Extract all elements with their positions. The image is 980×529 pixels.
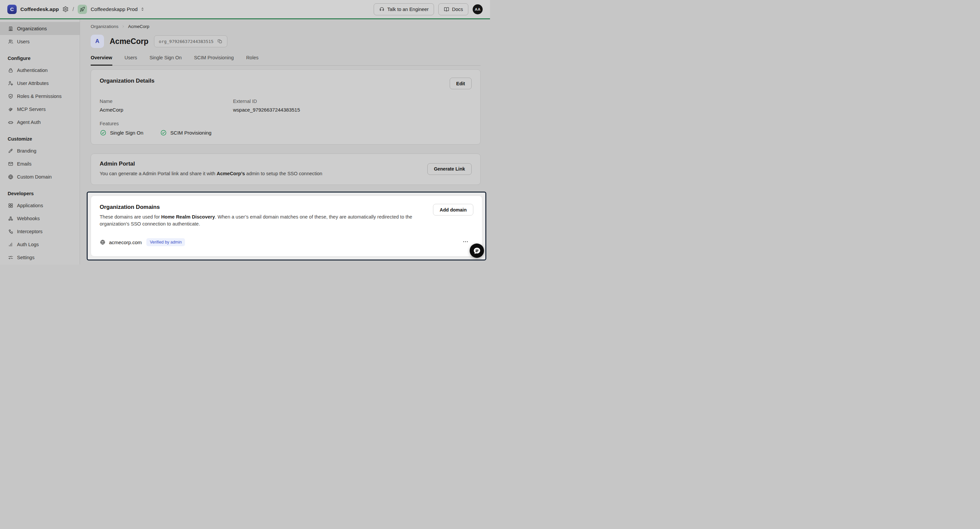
environment-name[interactable]: Coffeedeskapp Prod <box>91 6 138 12</box>
sidebar-item-auth-logs[interactable]: Auth Logs <box>0 238 80 251</box>
sidebar-item-label: MCP Servers <box>17 106 46 112</box>
environment-chip <box>78 5 87 14</box>
org-id-pill: org_97926637244383515 <box>154 35 227 47</box>
sidebar-section-developers: Developers <box>0 191 80 196</box>
breadcrumb-item-acmecorp: AcmeCorp <box>128 24 150 29</box>
webhook-icon <box>8 216 14 222</box>
shield-check-icon <box>8 93 14 99</box>
interceptor-icon <box>8 229 14 235</box>
org-domains-description: These domains are used for Home Realm Di… <box>100 213 433 227</box>
tab-bar: OverviewUsersSingle Sign OnSCIM Provisio… <box>91 55 480 66</box>
edit-button[interactable]: Edit <box>450 78 472 89</box>
features-row: Single Sign OnSCIM Provisioning <box>100 129 472 136</box>
tab-roles[interactable]: Roles <box>246 55 258 66</box>
field-label: External ID <box>233 98 472 104</box>
sidebar-item-label: Agent Auth <box>17 119 41 125</box>
sidebar-item-label: User Attributes <box>17 81 49 86</box>
feature-label: Single Sign On <box>110 130 143 136</box>
users-icon <box>8 39 14 44</box>
verified-badge: Verified by admin <box>146 238 185 246</box>
app-logo: C <box>7 5 17 14</box>
add-domain-button[interactable]: Add domain <box>433 204 473 216</box>
talk-to-engineer-button[interactable]: Talk to an Engineer <box>374 3 434 15</box>
sidebar-item-user-attributes[interactable]: User Attributes <box>0 76 80 90</box>
check-circle-icon <box>160 129 167 136</box>
sidebar-item-label: Roles & Permissions <box>17 94 62 99</box>
field-name: NameAcmeCorp <box>100 98 233 113</box>
workspace-settings-gear-icon[interactable] <box>62 6 68 12</box>
topbar: C Coffeedesk.app / Coffeedeskapp Prod Ta… <box>0 0 490 19</box>
org-id-value: org_97926637244383515 <box>159 39 213 44</box>
sidebar-item-branding[interactable]: Branding <box>0 144 80 157</box>
tab-single-sign-on[interactable]: Single Sign On <box>150 55 182 66</box>
sidebar-item-applications[interactable]: Applications <box>0 199 80 212</box>
sidebar-item-label: Emails <box>17 161 32 167</box>
sidebar-item-label: Settings <box>17 255 34 260</box>
path-separator: / <box>72 6 74 12</box>
lock-icon <box>8 67 14 73</box>
domain-list: acmecorp.comVerified by admin <box>100 238 473 246</box>
field-value: wspace_97926637244383515 <box>233 107 472 113</box>
sidebar-item-emails[interactable]: Emails <box>0 157 80 170</box>
feature-single-sign-on: Single Sign On <box>100 129 143 136</box>
sidebar-item-label: Webhooks <box>17 216 40 221</box>
admin-portal-card: Admin Portal You can generate a Admin Po… <box>91 154 480 185</box>
domain-menu-button[interactable] <box>462 238 469 246</box>
sidebar-item-agent-auth[interactable]: Agent Auth <box>0 116 80 129</box>
environment-switcher-icon[interactable] <box>140 7 145 12</box>
tab-scim-provisioning[interactable]: SCIM Provisioning <box>194 55 234 66</box>
chat-fab[interactable] <box>470 243 484 258</box>
sidebar-item-label: Authentication <box>17 68 48 73</box>
brush-icon <box>8 148 14 154</box>
sidebar-item-organizations[interactable]: Organizations <box>0 22 80 35</box>
sidebar-item-users[interactable]: Users <box>0 35 80 48</box>
org-domains-highlight: Organization Domains These domains are u… <box>87 192 486 261</box>
tab-users[interactable]: Users <box>125 55 137 66</box>
sidebar-item-roles-permissions[interactable]: Roles & Permissions <box>0 90 80 103</box>
check-circle-icon <box>100 129 107 136</box>
sidebar-item-mcp-servers[interactable]: MCP Servers <box>0 103 80 116</box>
features-label: Features <box>100 121 472 126</box>
sidebar-item-label: Users <box>17 39 30 44</box>
sidebar: OrganizationsUsersConfigureAuthenticatio… <box>0 19 80 265</box>
docs-label: Docs <box>452 7 463 12</box>
breadcrumb-item-organizations[interactable]: Organizations <box>91 24 118 29</box>
robot-icon <box>8 119 14 125</box>
sidebar-item-webhooks[interactable]: Webhooks <box>0 212 80 225</box>
sidebar-item-authentication[interactable]: Authentication <box>0 64 80 76</box>
tab-overview[interactable]: Overview <box>91 55 112 66</box>
sidebar-item-custom-domain[interactable]: Custom Domain <box>0 170 80 183</box>
sidebar-item-label: Interceptors <box>17 229 43 234</box>
field-external-id: External IDwspace_97926637244383515 <box>233 98 472 113</box>
sidebar-section-configure: Configure <box>0 56 80 61</box>
bar-chart-icon <box>8 241 14 248</box>
book-open-icon <box>444 6 449 12</box>
breadcrumb: OrganizationsAcmeCorp <box>91 24 480 29</box>
user-avatar[interactable]: AA <box>473 4 483 14</box>
mail-icon <box>8 161 14 167</box>
admin-portal-title: Admin Portal <box>100 160 322 167</box>
generate-link-button[interactable]: Generate Link <box>427 163 472 175</box>
sidebar-item-label: Custom Domain <box>17 174 52 180</box>
chat-icon <box>473 246 481 255</box>
breadcrumb-separator-icon <box>121 25 125 28</box>
feature-label: SCIM Provisioning <box>170 130 212 136</box>
main-content: OrganizationsAcmeCorp A AcmeCorp org_979… <box>80 19 490 265</box>
grid-icon <box>8 203 14 208</box>
headset-icon <box>379 6 385 12</box>
sidebar-item-interceptors[interactable]: Interceptors <box>0 225 80 238</box>
sidebar-item-settings[interactable]: Settings <box>0 251 80 264</box>
domain-name: acmecorp.com <box>109 240 142 245</box>
talk-to-engineer-label: Talk to an Engineer <box>387 7 429 12</box>
org-domains-title: Organization Domains <box>100 204 433 211</box>
copy-icon[interactable] <box>217 39 223 44</box>
org-details-title: Organization Details <box>100 78 154 84</box>
sliders-icon <box>8 254 14 261</box>
org-details-fields: NameAcmeCorpExternal IDwspace_9792663724… <box>100 98 472 113</box>
sidebar-item-label: Branding <box>17 148 37 154</box>
rocket-icon <box>80 7 85 12</box>
feature-scim-provisioning: SCIM Provisioning <box>160 129 212 136</box>
admin-portal-description: You can generate a Admin Portal link and… <box>100 170 322 177</box>
docs-button[interactable]: Docs <box>438 3 468 15</box>
sidebar-section-customize: Customize <box>0 136 80 141</box>
